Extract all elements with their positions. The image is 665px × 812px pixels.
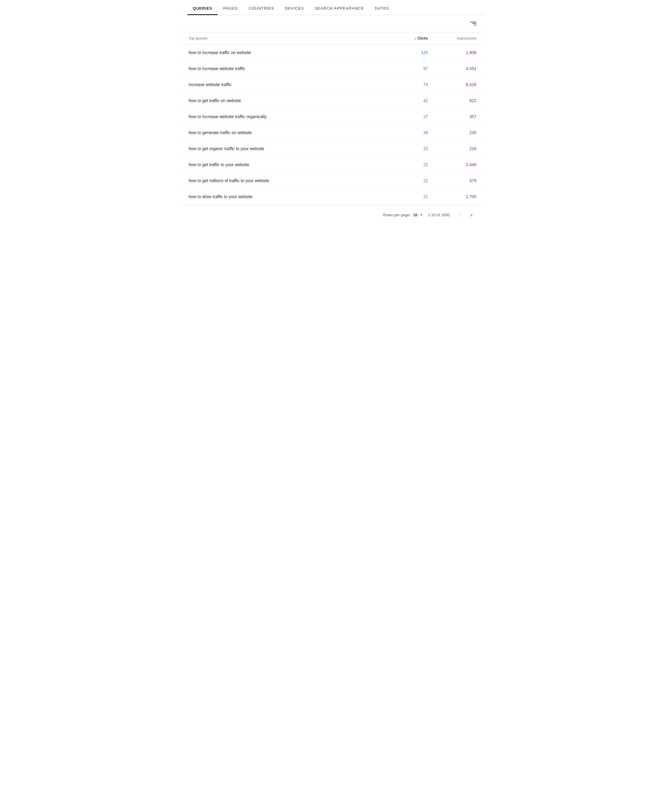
queries-table: Top queries ↓ Clicks Impressions how to …	[181, 32, 484, 205]
table-row: how to drive traffic to your website 21 …	[181, 189, 484, 205]
filter-icon	[474, 25, 477, 25]
table-row: how to get traffic on website 42 822	[181, 93, 484, 109]
pagination-next-button[interactable]: ›	[467, 210, 477, 220]
tab-devices[interactable]: DEVICES	[279, 0, 309, 15]
tab-search-appearance[interactable]: SEARCH APPEARANCE	[309, 0, 369, 15]
table-row: how to increase website traffic 97 4,451	[181, 61, 484, 77]
table-row: how to get organic traffic to your websi…	[181, 141, 484, 157]
tab-countries[interactable]: COUNTRIES	[243, 0, 280, 15]
tab-queries[interactable]: QUERIES	[187, 0, 218, 15]
table-row: how to get millions of traffic to your w…	[181, 173, 484, 189]
table-row: how to generate traffic on website 26 23…	[181, 125, 484, 141]
filter-button[interactable]	[469, 20, 477, 27]
rows-dropdown-icon[interactable]: ▼	[420, 213, 423, 217]
filter-icon	[470, 22, 477, 22]
table-row: how to increase website traffic organica…	[181, 109, 484, 125]
table-header: Top queries ↓ Clicks Impressions	[181, 32, 484, 45]
table-row: increase website traffic 73 8,426	[181, 77, 484, 93]
rows-per-page: Rows per page: 10 ▼	[383, 213, 423, 217]
sort-arrow-icon: ↓	[414, 36, 416, 41]
tab-pages[interactable]: PAGES	[218, 0, 243, 15]
pagination-nav: ‹ ›	[455, 210, 477, 220]
column-header-impressions[interactable]: Impressions	[428, 36, 477, 41]
tab-dates[interactable]: DATES	[369, 0, 395, 15]
column-header-query: Top queries	[188, 36, 380, 41]
column-header-clicks[interactable]: ↓ Clicks	[380, 36, 428, 41]
pagination-range: 1-10 of 1000	[428, 213, 450, 217]
pagination: Rows per page: 10 ▼ 1-10 of 1000 ‹ ›	[181, 205, 484, 224]
filter-icon	[472, 23, 477, 24]
pagination-prev-button[interactable]: ‹	[455, 210, 464, 220]
table-row: how to increase traffic on website 125 1…	[181, 45, 484, 61]
table-row: how to get traffic to your website 22 2,…	[181, 157, 484, 173]
filter-bar	[181, 15, 484, 32]
tabs-nav: QUERIES PAGES COUNTRIES DEVICES SEARCH A…	[181, 0, 484, 15]
